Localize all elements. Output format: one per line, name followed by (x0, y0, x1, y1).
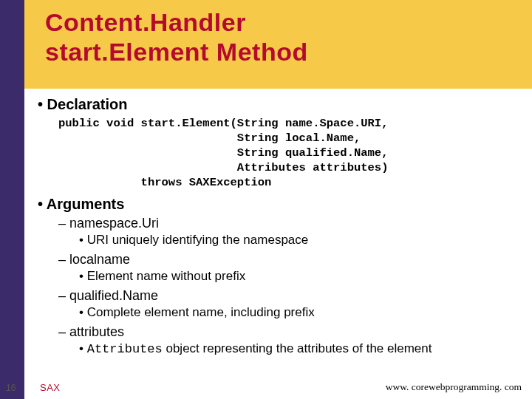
left-rail (0, 0, 24, 399)
arg-name-localname: localname (58, 252, 519, 267)
slide: Content.Handler start.Element Method Dec… (0, 0, 532, 399)
title-line-2: start.Element Method (45, 38, 308, 66)
footer-url: www. corewebprogramming. com (386, 381, 522, 393)
slide-title: Content.Handler start.Element Method (45, 7, 517, 66)
declaration-code: public void start.Element(String name.Sp… (58, 116, 519, 190)
arg-desc-attributes-mono: Attributes (87, 342, 163, 356)
arg-name-namespaceuri: namespace.Uri (58, 216, 519, 231)
arg-desc-localname: Element name without prefix (79, 269, 519, 284)
footer: 16 SAX www. corewebprogramming. com (0, 377, 532, 393)
arg-name-attributes: attributes (58, 324, 519, 340)
section-heading-declaration: Declaration (38, 96, 519, 113)
arg-desc-namespaceuri: URI uniquely identifying the namespace (79, 233, 519, 248)
section-heading-arguments: Arguments (38, 196, 519, 213)
content-area: Declaration public void start.Element(St… (24, 92, 526, 361)
header-band: Content.Handler start.Element Method (24, 0, 532, 89)
arg-desc-qualifiedname: Complete element name, including prefix (79, 305, 519, 320)
arg-desc-attributes-rest: object representing the attributes of th… (163, 341, 432, 355)
title-line-1: Content.Handler (45, 8, 246, 36)
arg-name-qualifiedname: qualified.Name (58, 288, 519, 304)
page-number: 16 (6, 383, 16, 393)
arg-desc-attributes: Attributes object representing the attri… (79, 341, 519, 356)
footer-left-label: SAX (40, 382, 61, 393)
